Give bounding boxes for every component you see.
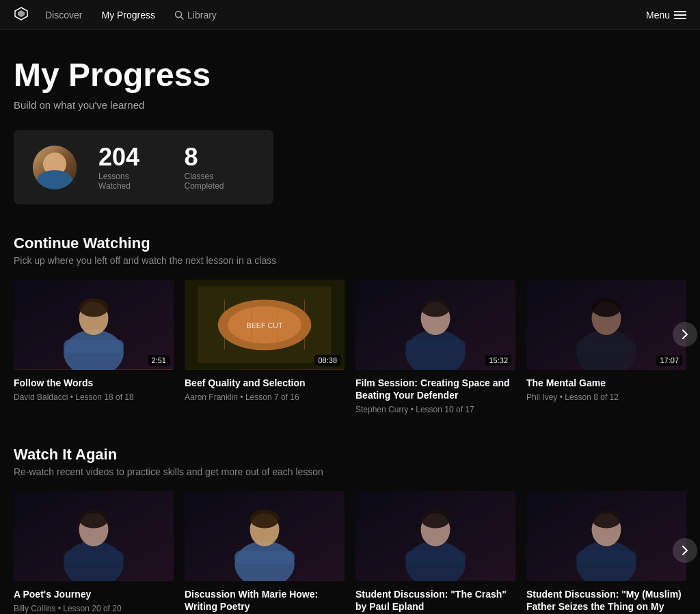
watch-again-subtitle: Re-watch recent videos to practice skill… [14, 466, 686, 477]
navigation: Discover My Progress Library Menu [0, 0, 700, 30]
video-title: The Mental Game [526, 377, 686, 389]
lessons-watched-stat: 204 Lessons Watched [98, 144, 163, 191]
continue-watching-title: Continue Watching [14, 235, 686, 252]
svg-point-50 [421, 509, 450, 528]
video-title: Student Discussion: "My (Muslim) Father … [526, 588, 686, 614]
nav-my-progress[interactable]: My Progress [101, 10, 155, 21]
svg-rect-45 [234, 551, 295, 565]
svg-line-3 [181, 16, 184, 19]
svg-rect-39 [64, 551, 124, 565]
video-duration: 17:07 [656, 355, 682, 366]
video-title: A Poet's Journey [14, 588, 174, 600]
lessons-watched-value: 204 [98, 144, 163, 171]
video-meta: Aaron Franklin • Lesson 7 of 16 [185, 392, 345, 403]
logo[interactable] [14, 6, 29, 24]
video-thumbnail [14, 491, 174, 581]
nav-library[interactable]: Library [174, 10, 217, 21]
video-thumbnail [526, 491, 686, 581]
video-thumbnail: 2:51 [14, 280, 174, 370]
video-card[interactable]: Student Discussion: "The Crash" by Paul … [355, 491, 515, 614]
nav-discover[interactable]: Discover [45, 10, 82, 21]
video-thumbnail: 17:07 [526, 280, 686, 370]
hamburger-icon [674, 10, 686, 20]
svg-point-56 [592, 509, 621, 528]
video-meta: Billy Collins • Lesson 20 of 20 [14, 603, 174, 614]
svg-point-32 [592, 299, 621, 317]
svg-rect-12 [64, 340, 124, 353]
svg-marker-1 [18, 10, 25, 17]
watch-again-next-button[interactable] [673, 538, 697, 563]
continue-watching-next-button[interactable] [673, 322, 697, 347]
watch-again-grid: A Poet's Journey Billy Collins • Lesson … [14, 491, 686, 614]
video-card[interactable]: A Poet's Journey Billy Collins • Lesson … [14, 491, 174, 614]
video-card[interactable]: 2:51 Follow the Words David Baldacci • L… [14, 280, 174, 416]
video-card[interactable]: Discussion With Marie Howe: Writing Poet… [185, 491, 345, 614]
video-thumbnail [185, 491, 345, 581]
video-card[interactable]: 17:07 The Mental Game Phil Ivey • Lesson… [526, 280, 686, 416]
svg-point-11 [79, 299, 109, 317]
main-content: My Progress Build on what you've learned… [0, 30, 700, 614]
svg-rect-57 [576, 551, 636, 565]
video-meta: Phil Ivey • Lesson 8 of 12 [526, 392, 686, 403]
continue-watching-subtitle: Pick up where you left off and watch the… [14, 255, 686, 266]
nav-links: Discover My Progress Library [45, 10, 646, 21]
watch-again-title: Watch It Again [14, 446, 686, 464]
page-title: My Progress [14, 57, 686, 94]
video-thumbnail: BEEF CUT 08:38 [185, 280, 345, 370]
classes-completed-label: Classes Completed [185, 172, 254, 191]
continue-watching-grid-wrapper: 2:51 Follow the Words David Baldacci • L… [14, 280, 686, 416]
svg-rect-33 [576, 340, 636, 353]
lessons-watched-label: Lessons Watched [98, 172, 163, 191]
watch-again-grid-wrapper: A Poet's Journey Billy Collins • Lesson … [14, 491, 686, 614]
video-duration: 15:32 [485, 355, 511, 366]
video-title: Follow the Words [14, 377, 174, 389]
video-meta: Stephen Curry • Lesson 10 of 17 [355, 404, 515, 416]
search-icon [174, 10, 184, 20]
video-title: Student Discussion: "The Crash" by Paul … [355, 588, 515, 613]
svg-point-44 [250, 509, 280, 528]
svg-rect-27 [405, 340, 466, 353]
video-title: Beef Quality and Selection [185, 377, 345, 389]
watch-again-section: Watch It Again Re-watch recent videos to… [14, 446, 686, 614]
video-meta: David Baldacci • Lesson 18 of 18 [14, 392, 174, 403]
stats-numbers: 204 Lessons Watched 8 Classes Completed [98, 144, 254, 191]
continue-watching-grid: 2:51 Follow the Words David Baldacci • L… [14, 280, 686, 416]
video-card[interactable]: Student Discussion: "My (Muslim) Father … [526, 491, 686, 614]
page-subtitle: Build on what you've learned [14, 99, 686, 111]
video-title: Film Session: Creating Space and Beating… [355, 377, 515, 401]
svg-rect-51 [405, 551, 466, 565]
classes-completed-value: 8 [185, 144, 254, 171]
video-card[interactable]: 15:32 Film Session: Creating Space and B… [355, 280, 515, 416]
svg-point-26 [421, 299, 450, 317]
video-duration: 2:51 [148, 355, 170, 366]
video-thumbnail [355, 491, 515, 581]
menu-button[interactable]: Menu [646, 10, 686, 21]
video-card[interactable]: BEEF CUT 08:38 Beef Quality and Selectio… [185, 280, 345, 416]
video-duration: 08:38 [314, 355, 340, 366]
continue-watching-section: Continue Watching Pick up where you left… [14, 235, 686, 416]
svg-text:BEEF CUT: BEEF CUT [246, 322, 282, 330]
classes-completed-stat: 8 Classes Completed [185, 144, 254, 191]
stats-card: 204 Lessons Watched 8 Classes Completed [14, 130, 273, 205]
user-avatar [33, 146, 77, 189]
video-thumbnail: 15:32 [355, 280, 515, 370]
video-title: Discussion With Marie Howe: Writing Poet… [185, 588, 345, 613]
svg-point-38 [79, 509, 109, 528]
